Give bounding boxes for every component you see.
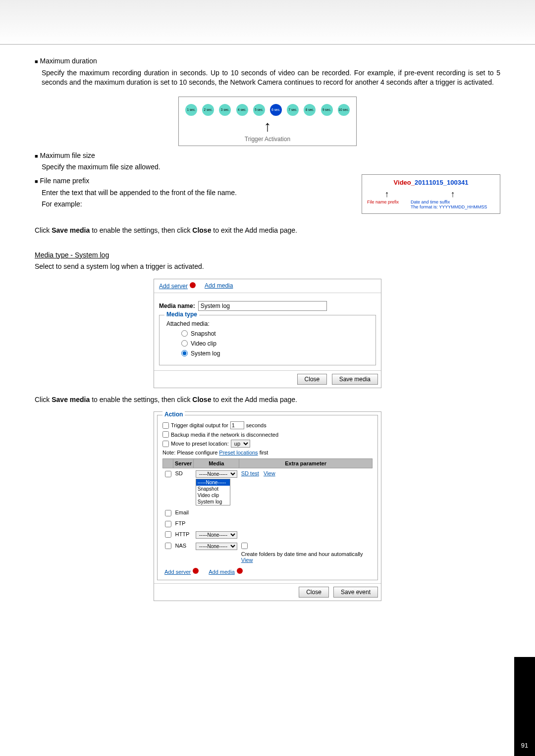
col-extra: Extra parameter: [239, 459, 373, 468]
list-item[interactable]: Snapshot: [196, 486, 230, 492]
warning-icon: [190, 282, 196, 288]
add-server-link[interactable]: Add server: [164, 569, 191, 575]
trigger-output-checkbox[interactable]: [162, 422, 169, 429]
media-type-option: Video clip: [181, 340, 369, 347]
max-filesize-title: Maximum file size: [40, 151, 95, 159]
list-item[interactable]: -----None-----: [196, 479, 230, 486]
add-server-link[interactable]: Add server: [159, 283, 188, 290]
preset-label: Move to preset location:: [171, 441, 229, 447]
timeline-dot: 7 sec.: [287, 104, 299, 116]
server-nas: NAS: [173, 541, 194, 565]
save-media-instruction-2: Click Save media to enable the settings,…: [35, 395, 500, 405]
timeline-dot: 3 sec.: [219, 104, 231, 116]
media-type-body: Select to send a system log when a trigg…: [35, 262, 500, 272]
sd-media-select[interactable]: -----None-----: [196, 470, 237, 478]
prefix-example-suffix: 20111015_100341: [415, 179, 468, 186]
preset-locations-link[interactable]: Preset locations: [219, 450, 258, 455]
sd-view-link[interactable]: View: [264, 470, 275, 476]
save-media-button[interactable]: Save media: [332, 374, 378, 385]
arrow-up-icon: ↑: [367, 189, 407, 200]
server-http: HTTP: [173, 529, 194, 541]
add-media-link[interactable]: Add media: [209, 569, 235, 575]
http-checkbox[interactable]: [165, 531, 171, 538]
prefix-example-prefix: Video_: [394, 179, 415, 186]
arrow-up-icon: ↑: [183, 119, 352, 134]
media-type-label: Snapshot: [191, 330, 216, 337]
max-duration-heading: ■ Maximum duration: [35, 56, 500, 66]
media-type-radio[interactable]: [181, 330, 188, 337]
media-type-radio[interactable]: [181, 340, 188, 347]
prefix-col2-line2: The format is: YYYYMMDD_HHMMSS: [411, 204, 495, 209]
timeline-diagram: 1 sec.2 sec.3 sec.4 sec.5 sec.6 sec.7 se…: [178, 97, 357, 146]
bullet-icon: ■: [35, 152, 38, 158]
add-media-link[interactable]: Add media: [205, 282, 233, 289]
server-ftp: FTP: [173, 518, 194, 529]
trigger-activation-label: Trigger Activation: [183, 136, 352, 143]
bullet-icon: ■: [35, 178, 38, 184]
nas-extra-label: Create folders by date time and hour aut…: [241, 551, 363, 557]
action-panel: Action Trigger digital output for second…: [154, 411, 381, 601]
save-event-button[interactable]: Save event: [333, 587, 378, 598]
timeline-dot: 5 sec.: [253, 104, 265, 116]
save-media-instruction-1: Click Save media to enable the settings,…: [35, 226, 500, 236]
add-media-panel: Add server Add media Media name: Media t…: [154, 279, 381, 388]
nas-view-link[interactable]: View: [241, 557, 253, 563]
media-type-label: System log: [191, 350, 220, 357]
backup-media-checkbox[interactable]: [162, 431, 169, 438]
sd-dropdown-open: -----None----- Snapshot Video clip Syste…: [196, 479, 230, 505]
preset-note: Note: Please configure Preset locations …: [162, 450, 373, 455]
table-row: HTTP -----None-----: [163, 529, 373, 541]
server-sd: SD: [173, 468, 194, 508]
prefix-col1-label: File name prefix: [367, 200, 407, 204]
col-server: Server: [173, 459, 194, 468]
list-item[interactable]: System log: [196, 499, 230, 505]
media-type-option: Snapshot: [181, 330, 369, 337]
trigger-seconds-input[interactable]: [230, 421, 244, 429]
filename-prefix-body2: For example:: [35, 200, 362, 209]
list-item[interactable]: Video clip: [196, 492, 230, 499]
timeline-dot: 9 sec.: [321, 104, 333, 116]
trigger-label-a: Trigger digital output for: [171, 422, 228, 428]
timeline-dot: 6 sec.: [270, 104, 282, 116]
table-row: Email: [163, 507, 373, 518]
media-name-label: Media name:: [159, 302, 195, 309]
backup-media-label: Backup media if the network is disconnec…: [171, 432, 278, 438]
table-row: SD -----None----- -----None----- Snapsho…: [163, 468, 373, 508]
timeline-dot: 10 sec.: [338, 104, 350, 116]
attached-media-label: Attached media:: [166, 320, 369, 327]
filename-prefix-diagram: Video_20111015_100341 ↑ File name prefix…: [362, 174, 500, 214]
filename-prefix-title: File name prefix: [40, 177, 90, 185]
media-type-radio[interactable]: [181, 350, 188, 356]
ftp-checkbox[interactable]: [165, 521, 171, 527]
timeline-dot: 4 sec.: [236, 104, 248, 116]
prefix-col2-line1: Date and time suffix: [411, 200, 495, 204]
arrow-up-icon: ↑: [411, 189, 495, 200]
table-row: FTP: [163, 518, 373, 529]
email-checkbox[interactable]: [165, 510, 171, 516]
close-button[interactable]: Close: [299, 587, 329, 598]
nas-folders-checkbox[interactable]: [241, 543, 248, 549]
max-duration-title: Maximum duration: [40, 57, 97, 65]
page-content: ■ Maximum duration Specify the maximum r…: [0, 45, 535, 628]
col-media: Media: [194, 459, 239, 468]
table-row: NAS -----None----- Create folders by dat…: [163, 541, 373, 565]
sd-test-link[interactable]: SD test: [241, 470, 259, 476]
max-filesize-heading: ■ Maximum file size: [35, 151, 500, 161]
media-name-input[interactable]: [198, 301, 327, 311]
http-media-select[interactable]: -----None-----: [196, 531, 237, 539]
timeline-dot: 8 sec.: [304, 104, 316, 116]
media-type-heading: Media type - System log: [35, 251, 109, 259]
preset-select[interactable]: up: [231, 440, 250, 448]
filename-prefix-body1: Enter the text that will be appended to …: [35, 188, 362, 198]
server-email: Email: [173, 507, 194, 518]
max-duration-body: Specify the maximum recording duration i…: [35, 68, 500, 88]
nas-media-select[interactable]: -----None-----: [196, 543, 237, 550]
preset-checkbox[interactable]: [162, 441, 169, 447]
close-button[interactable]: Close: [297, 374, 327, 385]
trigger-label-b: seconds: [246, 422, 267, 428]
max-filesize-body: Specify the maximum file size allowed.: [35, 162, 500, 172]
media-type-label: Video clip: [191, 340, 216, 347]
sd-checkbox[interactable]: [165, 471, 171, 477]
nas-checkbox[interactable]: [165, 543, 171, 549]
timeline-dot: 1 sec.: [185, 104, 197, 116]
